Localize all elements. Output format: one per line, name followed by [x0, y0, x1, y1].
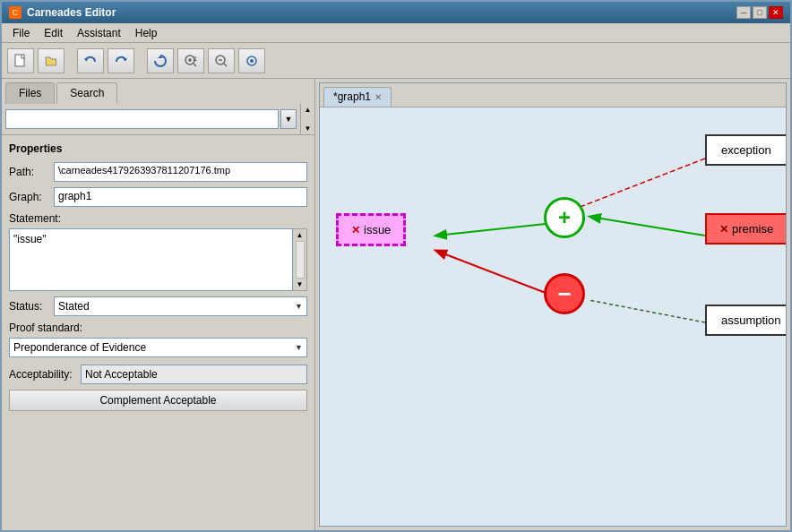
minus-symbol: − [557, 280, 571, 308]
path-value: \carneades4179263937811207176.tmp [54, 162, 307, 182]
status-row: Status: Stated ▼ [9, 296, 307, 316]
issue-x-mark: ✕ [351, 224, 360, 236]
minimize-button[interactable]: ─ [736, 6, 751, 19]
graph-canvas[interactable]: exception + ✕ issue ✕ premise [320, 107, 786, 526]
tab-search[interactable]: Search [56, 82, 117, 104]
close-button[interactable]: ✕ [769, 6, 783, 19]
menu-edit[interactable]: Edit [37, 25, 70, 41]
status-select-wrapper: Stated ▼ [54, 296, 307, 316]
search-input[interactable] [5, 109, 279, 129]
exception-label: exception [721, 143, 771, 157]
statement-section: Statement: ▲ ▼ [9, 212, 307, 291]
graph-label: Graph: [9, 191, 54, 203]
path-row: Path: \carneades4179263937811207176.tmp [9, 162, 307, 182]
statement-label: Statement: [9, 212, 307, 225]
issue-label: issue [364, 223, 391, 236]
issue-node[interactable]: ✕ issue [336, 213, 406, 246]
search-scrollbar: ▲ ▼ [300, 104, 314, 134]
proof-standard-select[interactable]: Preponderance of Evidence ▼ [9, 338, 307, 357]
svg-line-16 [571, 159, 705, 210]
redo-button[interactable] [108, 48, 134, 73]
menu-file[interactable]: File [5, 25, 37, 41]
search-input-row: ▼ [5, 109, 297, 129]
app-window: C Carneades Editor ─ □ ✕ File Edit Assis… [0, 0, 792, 532]
acceptability-value: Not Acceptable [81, 365, 307, 384]
path-label: Path: [9, 166, 54, 178]
new-button[interactable] [7, 48, 34, 73]
acceptability-label: Acceptability: [9, 368, 81, 381]
acceptability-row: Acceptability: Not Acceptable [9, 365, 307, 384]
window-controls: ─ □ ✕ [736, 6, 783, 19]
status-dropdown-arrow: ▼ [295, 302, 303, 311]
proof-standard-section: Proof standard: Preponderance of Evidenc… [9, 322, 307, 357]
svg-point-13 [250, 59, 254, 63]
status-select[interactable]: Stated ▼ [54, 296, 307, 316]
plus-symbol: + [558, 205, 571, 230]
svg-line-17 [436, 251, 546, 293]
app-icon: C [9, 6, 22, 19]
statement-textarea[interactable] [9, 228, 293, 291]
complement-acceptable-button[interactable]: Complement Acceptable [9, 390, 307, 411]
minus-circle-node[interactable]: − [544, 273, 585, 314]
menu-bar: File Edit Assistant Help [2, 23, 790, 43]
svg-line-18 [589, 300, 705, 322]
properties-panel: Properties Path: \carneades4179263937811… [2, 135, 314, 530]
proof-standard-label: Proof standard: [9, 322, 307, 334]
status-label: Status: [9, 300, 54, 313]
undo-button[interactable] [77, 48, 104, 73]
svg-line-7 [194, 64, 196, 66]
assumption-label: assumption [721, 313, 780, 327]
main-content: Files Search ▼ ▲ ▼ [2, 79, 790, 530]
svg-line-15 [436, 224, 546, 236]
menu-help[interactable]: Help [128, 25, 165, 41]
scroll-down-arrow[interactable]: ▼ [305, 124, 312, 133]
zoom-out-button[interactable] [208, 48, 235, 73]
menu-assistant[interactable]: Assistant [70, 25, 128, 41]
maximize-button[interactable]: □ [753, 6, 767, 19]
graph-value: graph1 [54, 187, 307, 207]
svg-text:1: 1 [194, 56, 197, 62]
plus-circle-node[interactable]: + [544, 197, 585, 238]
stmt-scroll-down[interactable]: ▼ [297, 280, 304, 288]
svg-line-11 [224, 64, 227, 66]
svg-line-14 [590, 217, 705, 236]
open-button[interactable] [38, 48, 65, 73]
scroll-up-arrow[interactable]: ▲ [305, 106, 312, 114]
status-selected-value: Stated [58, 300, 90, 313]
svg-rect-0 [15, 55, 24, 66]
title-bar: C Carneades Editor ─ □ ✕ [2, 2, 790, 23]
zoom-in-button[interactable]: 1 [177, 48, 204, 73]
graph-tab-label: *graph1 [333, 90, 371, 103]
search-dropdown-button[interactable]: ▼ [280, 109, 297, 129]
graph-row: Graph: graph1 [9, 187, 307, 207]
statement-wrapper: ▲ ▼ [9, 228, 307, 291]
properties-title: Properties [9, 142, 307, 155]
exception-node: exception [705, 134, 786, 166]
premise-label: premise [732, 222, 773, 236]
tab-bar: Files Search [2, 79, 314, 104]
zoom-reset-button[interactable] [238, 48, 265, 73]
assumption-node: assumption [705, 305, 786, 336]
title-bar-left: C Carneades Editor [9, 6, 116, 19]
left-panel: Files Search ▼ ▲ ▼ [2, 79, 315, 530]
tab-files[interactable]: Files [5, 82, 55, 104]
proof-standard-value: Preponderance of Evidence [13, 341, 146, 354]
statement-scrollbar: ▲ ▼ [293, 228, 307, 291]
graph-tab-close-button[interactable]: ✕ [374, 92, 382, 102]
premise-x-mark: ✕ [719, 223, 728, 236]
proof-standard-arrow: ▼ [295, 343, 303, 352]
search-area: ▼ ▲ ▼ [2, 104, 314, 135]
premise-node[interactable]: ✕ premise [705, 213, 786, 245]
right-panel: *graph1 ✕ [319, 82, 787, 527]
graph-tab-graph1[interactable]: *graph1 ✕ [323, 87, 392, 107]
toolbar: 1 [2, 43, 790, 79]
graph-tab-bar: *graph1 ✕ [320, 83, 786, 107]
window-title: Carneades Editor [27, 6, 116, 19]
refresh-button[interactable] [147, 48, 174, 73]
search-controls: ▼ [2, 104, 300, 134]
stmt-scroll-up[interactable]: ▲ [297, 231, 304, 239]
